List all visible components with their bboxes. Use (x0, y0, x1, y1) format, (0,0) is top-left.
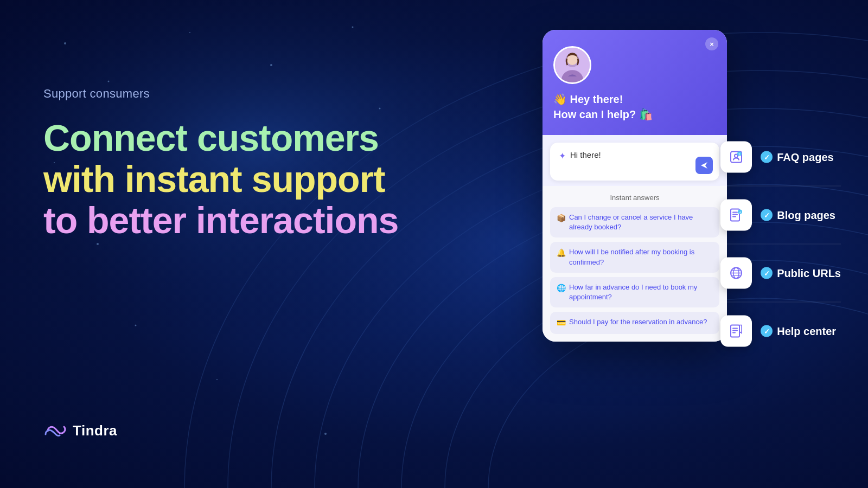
headline: Connect customers with instant support t… (43, 117, 412, 241)
sidebar-item-urls[interactable]: ✓ Public URLs (720, 245, 841, 303)
chat-close-button[interactable]: × (705, 37, 718, 50)
support-label: Support consumers (43, 87, 412, 101)
blog-icon-box: ✓ (720, 200, 752, 231)
svg-point-18 (216, 379, 218, 380)
sparkle-icon: ✦ (559, 151, 566, 161)
svg-point-19 (324, 433, 327, 435)
urls-check-icon: ✓ (761, 267, 773, 279)
urls-icon-box (720, 258, 752, 289)
chat-avatar (553, 46, 591, 84)
answer-label-2: How will I be notified after my booking … (569, 247, 713, 267)
logo-text: Tindra (73, 422, 117, 439)
send-button[interactable] (695, 157, 713, 174)
sidebar-item-help[interactable]: ✓ Help center (720, 303, 841, 360)
instant-answers-title: Instant answers (550, 194, 719, 202)
chat-widget: × 👋 Hey there! How can I help? 🛍️ (542, 30, 727, 342)
svg-point-12 (189, 32, 190, 33)
answer-emoji-4: 💳 (557, 318, 566, 329)
answer-label-1: Can I change or cancel a service I have … (569, 213, 713, 232)
answer-emoji-2: 🔔 (557, 248, 566, 259)
headline-line3: to better interactions (43, 200, 412, 241)
blog-check-icon: ✓ (761, 209, 773, 221)
chat-input-area: ✦ Hi there! (542, 135, 727, 186)
chat-input-box[interactable]: ✦ Hi there! (550, 143, 719, 181)
greeting-line1: 👋 Hey there! (553, 92, 716, 107)
blog-icon: ✓ (729, 208, 744, 223)
svg-rect-43 (732, 332, 736, 333)
right-sidebar: ? ✓ FAQ pages ✓ ✓ Blog pages (720, 129, 841, 360)
chat-header: × 👋 Hey there! How can I help? 🛍️ (542, 30, 727, 135)
svg-point-11 (108, 81, 110, 82)
answer-text-1: 📦 Can I change or cancel a service I hav… (557, 213, 713, 232)
help-icon-box (720, 316, 752, 347)
logo-icon (43, 423, 67, 439)
faq-text: FAQ pages (777, 151, 833, 163)
help-text: Help center (777, 325, 836, 337)
answer-item-4[interactable]: 💳 Should I pay for the reservation in ad… (550, 312, 719, 334)
blog-text: Blog pages (777, 209, 835, 221)
send-icon (700, 161, 709, 170)
svg-rect-41 (732, 328, 738, 329)
answer-item-2[interactable]: 🔔 How will I be notified after my bookin… (550, 242, 719, 272)
svg-text:?: ? (738, 153, 741, 156)
faq-icon-box: ? (720, 142, 752, 173)
help-icon (729, 324, 744, 339)
left-section: Support consumers Connect customers with… (43, 87, 412, 241)
faq-check-icon: ✓ (761, 151, 773, 163)
avatar-image (555, 46, 590, 84)
faq-label: ✓ FAQ pages (761, 151, 833, 163)
answer-item-3[interactable]: 🌐 How far in advance do I need to book m… (550, 277, 719, 307)
urls-text: Public URLs (777, 267, 841, 279)
svg-point-10 (64, 42, 66, 44)
help-label: ✓ Help center (761, 325, 836, 337)
sidebar-item-blog[interactable]: ✓ ✓ Blog pages (720, 187, 841, 245)
answer-label-3: How far in advance do I need to book my … (569, 282, 713, 302)
chat-greeting: 👋 Hey there! How can I help? 🛍️ (553, 92, 716, 122)
svg-text:✓: ✓ (739, 211, 742, 214)
input-text: Hi there! (570, 150, 601, 159)
logo: Tindra (43, 422, 117, 439)
answer-text-4: 💳 Should I pay for the reservation in ad… (557, 317, 713, 329)
instant-answers-section: Instant answers 📦 Can I change or cancel… (542, 186, 727, 342)
svg-point-17 (135, 325, 137, 326)
answer-emoji-3: 🌐 (557, 283, 566, 294)
help-check-icon: ✓ (761, 325, 773, 337)
blog-label: ✓ Blog pages (761, 209, 835, 221)
svg-point-16 (97, 243, 99, 245)
chat-input-content: ✦ Hi there! (559, 150, 692, 161)
answer-emoji-1: 📦 (557, 213, 566, 224)
globe-icon (729, 266, 744, 281)
svg-point-26 (735, 155, 738, 158)
headline-line2: with instant support (43, 158, 412, 200)
answer-item-1[interactable]: 📦 Can I change or cancel a service I hav… (550, 207, 719, 237)
urls-label: ✓ Public URLs (761, 267, 841, 279)
answer-text-3: 🌐 How far in advance do I need to book m… (557, 282, 713, 302)
svg-point-14 (352, 27, 354, 28)
answer-label-4: Should I pay for the reservation in adva… (569, 317, 707, 327)
svg-point-13 (270, 64, 272, 66)
headline-line1: Connect customers (43, 117, 412, 158)
faq-icon: ? (729, 150, 744, 165)
sidebar-item-faq[interactable]: ? ✓ FAQ pages (720, 129, 841, 187)
greeting-line2: How can I help? 🛍️ (553, 107, 716, 122)
svg-rect-42 (732, 330, 738, 331)
answer-text-2: 🔔 How will I be notified after my bookin… (557, 247, 713, 267)
